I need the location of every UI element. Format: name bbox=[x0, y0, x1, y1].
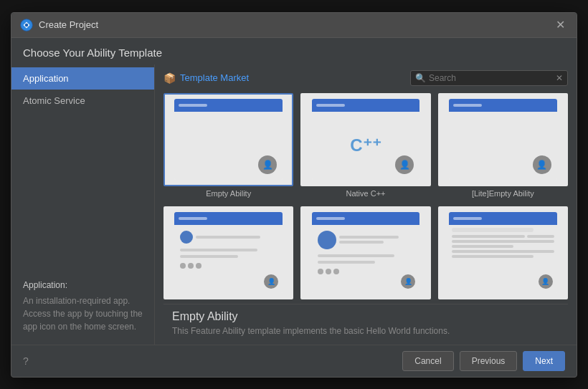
template-label-lite-empty: [Lite]Empty Ability bbox=[472, 189, 534, 198]
next-button[interactable]: Next bbox=[523, 351, 565, 371]
selected-template-desc: This Feature Ability template implements… bbox=[172, 326, 559, 336]
template-label-empty-ability: Empty Ability bbox=[206, 189, 251, 198]
template-market-label: Template Market bbox=[180, 72, 249, 83]
cpp-icon: C⁺⁺ bbox=[350, 135, 381, 155]
search-icon: 🔍 bbox=[415, 73, 426, 83]
app-logo-icon bbox=[20, 19, 33, 32]
content-area: Application Atomic Service Application: … bbox=[11, 64, 577, 345]
avatar-badge-3: 👤 bbox=[533, 155, 551, 174]
template-thumb-native-cpp: C⁺⁺ 👤 bbox=[300, 93, 430, 186]
template-card-empty-ability[interactable]: 👤 Empty Ability bbox=[163, 93, 293, 199]
sidebar-item-atomic-service[interactable]: Atomic Service bbox=[11, 90, 154, 112]
svg-point-1 bbox=[25, 23, 29, 27]
cancel-button[interactable]: Cancel bbox=[402, 351, 453, 371]
phone-mockup-1: 👤 bbox=[174, 99, 283, 180]
phone-mockup-2: C⁺⁺ 👤 bbox=[312, 99, 420, 180]
template-thumb-detail: 👤 bbox=[438, 206, 568, 299]
help-icon[interactable]: ? bbox=[23, 355, 29, 367]
template-grid: 👤 Empty Ability bbox=[163, 93, 568, 304]
sidebar: Application Atomic Service Application: … bbox=[11, 64, 155, 345]
avatar-badge-5: 👤 bbox=[401, 274, 415, 289]
avatar-badge-1: 👤 bbox=[258, 155, 277, 174]
create-project-dialog: Create Project ✕ Choose Your Ability Tem… bbox=[11, 12, 577, 378]
template-card-native-cpp[interactable]: C⁺⁺ 👤 Native C++ bbox=[300, 93, 430, 199]
avatar-badge-2: 👤 bbox=[395, 155, 414, 174]
template-thumb-empty-ability: 👤 bbox=[163, 93, 293, 186]
modal-overlay: Create Project ✕ Choose Your Ability Tem… bbox=[0, 0, 588, 389]
dialog-footer: ? Cancel Previous Next bbox=[11, 345, 577, 377]
template-card-detail[interactable]: 👤 bbox=[438, 206, 568, 304]
phone-mockup-5: 👤 bbox=[312, 212, 420, 293]
main-content: 📦 Template Market 🔍 ✕ bbox=[155, 64, 577, 345]
main-toolbar: 📦 Template Market 🔍 ✕ bbox=[163, 70, 568, 86]
template-card-lite-empty[interactable]: 👤 [Lite]Empty Ability bbox=[438, 93, 568, 199]
sidebar-desc-text: An installation-required app. Access the… bbox=[23, 296, 143, 332]
search-input[interactable] bbox=[429, 73, 553, 83]
sidebar-desc-title: Application: bbox=[23, 279, 143, 292]
sidebar-description: Application: An installation-required ap… bbox=[11, 270, 154, 342]
sidebar-item-application[interactable]: Application bbox=[11, 67, 154, 90]
previous-button[interactable]: Previous bbox=[460, 351, 518, 371]
template-card-list2[interactable]: 👤 bbox=[300, 206, 430, 304]
template-thumb-list1: 👤 bbox=[163, 206, 293, 299]
dialog-title-row: Create Project bbox=[20, 19, 98, 32]
template-label-native-cpp: Native C++ bbox=[346, 189, 385, 198]
dialog-title: Create Project bbox=[39, 19, 98, 30]
dialog-body: Choose Your Ability Template Application… bbox=[11, 38, 577, 345]
phone-mockup-3: 👤 bbox=[449, 99, 557, 180]
search-box: 🔍 ✕ bbox=[410, 70, 568, 86]
market-icon: 📦 bbox=[163, 72, 176, 84]
phone-mockup-4: 👤 bbox=[174, 212, 283, 293]
choose-template-title: Choose Your Ability Template bbox=[11, 38, 577, 64]
avatar-badge-4: 👤 bbox=[264, 274, 278, 289]
dialog-header: Create Project ✕ bbox=[11, 13, 577, 38]
template-card-list1[interactable]: 👤 bbox=[163, 206, 293, 304]
template-market-link[interactable]: 📦 Template Market bbox=[163, 72, 249, 84]
template-thumb-list2: 👤 bbox=[300, 206, 430, 299]
search-clear-icon[interactable]: ✕ bbox=[556, 73, 563, 83]
avatar-badge-6: 👤 bbox=[539, 274, 553, 289]
phone-mockup-6: 👤 bbox=[449, 212, 557, 293]
selected-template-title: Empty Ability bbox=[172, 310, 559, 323]
close-button[interactable]: ✕ bbox=[553, 19, 568, 31]
template-thumb-lite-empty: 👤 bbox=[438, 93, 568, 186]
bottom-section: Empty Ability This Feature Ability templ… bbox=[163, 304, 568, 339]
